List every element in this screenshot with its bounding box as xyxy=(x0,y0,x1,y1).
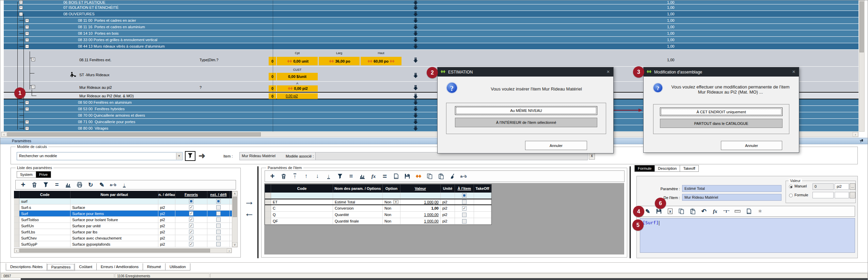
chart-icon[interactable] xyxy=(64,181,72,188)
row-header[interactable] xyxy=(265,205,271,211)
insert-here-icon[interactable] xyxy=(413,57,419,63)
value-cell[interactable]: 0 xyxy=(269,73,276,80)
tree-expander-minus-icon[interactable]: − xyxy=(25,45,29,48)
tree-vscroll-thumb[interactable] xyxy=(859,1,864,52)
checkbox-checked-icon[interactable]: ✓ xyxy=(189,205,193,210)
undo-icon[interactable]: ↶ xyxy=(700,208,708,215)
fav-cell[interactable]: ✓ xyxy=(175,223,207,229)
wand-icon[interactable]: ✶ xyxy=(756,208,764,215)
ab-icon[interactable]: a⌐b xyxy=(459,172,468,180)
item-parameter-row[interactable]: QQuantitéNon1 000,00pi2 xyxy=(265,212,491,218)
fav-cell[interactable]: ✓ xyxy=(175,204,207,210)
tree-expander-plus-icon[interactable]: + xyxy=(25,32,29,35)
tree-row[interactable]: +08 11 16 Portes et cadres en aluminium1… xyxy=(4,24,858,30)
column-header[interactable]: Code xyxy=(19,191,70,198)
insert-here-icon[interactable] xyxy=(413,100,419,105)
column-header[interactable]: Favoris xyxy=(175,191,207,198)
checkbox-unchecked-icon[interactable] xyxy=(216,236,221,240)
filter-row[interactable] xyxy=(265,193,491,199)
checkbox-unchecked-icon[interactable] xyxy=(462,219,467,224)
chevron-down-icon[interactable]: ▼ xyxy=(393,200,398,204)
row-header[interactable] xyxy=(14,211,19,216)
refresh-icon[interactable]: ↻ xyxy=(86,181,95,188)
docprint-icon[interactable] xyxy=(392,172,400,180)
diamonds-icon[interactable] xyxy=(414,172,423,180)
fav-cell[interactable]: ✓ xyxy=(175,241,207,247)
value-cell[interactable]: 0 xyxy=(269,93,276,99)
plus-icon[interactable]: + xyxy=(19,181,27,188)
column-header[interactable]: À l'item xyxy=(455,184,474,193)
close-icon[interactable]: ✕ xyxy=(792,69,795,74)
left-table-vscroll-thumb[interactable] xyxy=(233,197,237,217)
row-header[interactable] xyxy=(14,229,19,235)
paste-icon[interactable] xyxy=(437,172,445,180)
quote-icon[interactable]: "T" xyxy=(722,208,730,215)
row-header[interactable] xyxy=(265,212,271,218)
paste-icon[interactable] xyxy=(689,208,697,215)
insert-here-icon[interactable] xyxy=(413,18,419,23)
arrbottom-icon[interactable]: ↓ xyxy=(325,172,333,180)
parameter-row[interactable]: SurfSurface pour Itemspi2✓ xyxy=(14,211,238,217)
inst-cell[interactable] xyxy=(207,211,230,216)
transfer-right-icon[interactable]: → xyxy=(244,197,254,206)
everywhere-catalogue-button[interactable]: PARTOUT dans le CATALOGUE xyxy=(660,119,783,128)
scroll-right-icon[interactable]: › xyxy=(227,248,232,253)
tree-vscrollbar[interactable] xyxy=(859,0,865,132)
trash-icon[interactable] xyxy=(30,181,38,188)
tree-expander-plus-icon[interactable]: + xyxy=(25,120,29,124)
insert-here-icon[interactable] xyxy=(413,126,419,131)
equals-icon[interactable]: = xyxy=(53,181,61,188)
value-cell[interactable]: 0 xyxy=(269,85,276,92)
bottom-tab-utilisation[interactable]: Utilisation xyxy=(165,263,190,270)
parameter-row[interactable]: SurfChevSurface avec chevauchementpi2✓ xyxy=(14,235,238,241)
insert-here-icon[interactable] xyxy=(413,37,419,43)
checkbox-unchecked-icon[interactable] xyxy=(216,217,221,222)
arrtop-icon[interactable]: ↑ xyxy=(291,172,299,180)
manual-unit-field[interactable]: pi2 xyxy=(835,183,849,190)
parameter-row[interactable]: Surf/UnSurface par unitépi2✓ xyxy=(14,223,238,229)
row-header[interactable] xyxy=(14,204,19,210)
parameter-row[interactable]: SurfGypPSurface gypseplafondspi2✓ xyxy=(14,241,238,247)
fav-cell[interactable]: ✓ xyxy=(175,217,207,223)
inst-cell[interactable] xyxy=(207,223,230,229)
fx-icon[interactable]: fx xyxy=(711,208,719,215)
valeur-value[interactable]: 1 000,00 xyxy=(424,219,439,223)
xdoc-icon[interactable]: x xyxy=(666,208,674,215)
tree-expander-minus-icon[interactable]: − xyxy=(19,12,23,16)
bottom-tab-param-tres[interactable]: Paramètres xyxy=(47,263,75,271)
insert-here-icon[interactable] xyxy=(413,94,419,99)
value-cell[interactable]: 0,00 $/unit xyxy=(277,73,318,80)
tree-expander-plus-icon[interactable]: + xyxy=(25,25,29,29)
manual-value-field[interactable]: 0 xyxy=(812,183,834,190)
checkbox-unchecked-icon[interactable] xyxy=(216,211,221,216)
insert-here-icon[interactable] xyxy=(413,31,419,36)
checkbox-checked-icon[interactable]: ✓ xyxy=(189,242,193,246)
checkbox-unchecked-icon[interactable] xyxy=(216,242,221,246)
row-header[interactable] xyxy=(265,218,271,224)
clear-model-button[interactable]: X xyxy=(589,153,595,160)
tab-system[interactable]: System xyxy=(17,171,36,178)
tree-expander-plus-icon[interactable]: + xyxy=(25,38,29,42)
funnel-icon[interactable] xyxy=(42,181,50,188)
value-cell[interactable]: 0 xyxy=(269,57,276,65)
column-header[interactable]: TakeOff xyxy=(474,184,491,193)
left-table-hscrollbar[interactable]: ‹ › xyxy=(14,248,232,253)
insert-here-icon[interactable] xyxy=(413,5,419,10)
valeur-value[interactable]: 1 000,00 xyxy=(424,213,439,217)
checkbox-checked-icon[interactable]: ✓ xyxy=(189,236,193,240)
floppy-icon[interactable] xyxy=(403,172,411,180)
bottom-tab-co-tant[interactable]: Coûtant xyxy=(75,263,97,270)
row-header[interactable] xyxy=(14,217,19,223)
valeur-value[interactable]: 1,00 xyxy=(431,206,439,210)
formula-browse-button[interactable]: ... xyxy=(850,192,855,198)
checkbox-checked-icon[interactable]: ✓ xyxy=(189,224,193,228)
item-parameter-row[interactable]: ETEstimé TotalNon▼1 000,00pi2 xyxy=(265,199,491,205)
column-header[interactable]: Valeur xyxy=(400,184,441,193)
left-table-hscroll-thumb[interactable] xyxy=(19,249,210,252)
value-cell[interactable]: 0,00 pi2 xyxy=(277,93,318,99)
manuel-radio[interactable]: Manuel xyxy=(789,184,807,188)
value-cell[interactable]: 36,00 po xyxy=(319,57,360,65)
row-header[interactable] xyxy=(14,223,19,229)
tab-description[interactable]: Description xyxy=(655,165,680,172)
insert-here-icon[interactable] xyxy=(413,119,419,125)
